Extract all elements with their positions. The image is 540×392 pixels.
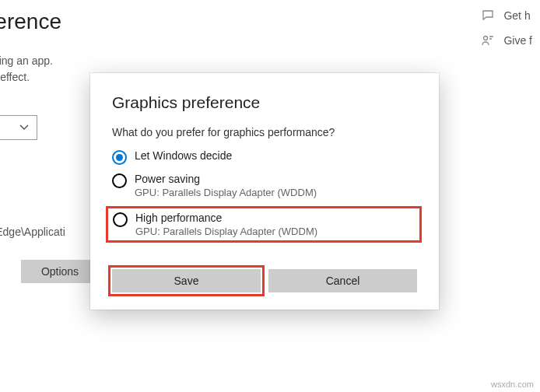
radio-sub-label: GPU: Parallels Display Adapter (WDDM): [135, 187, 317, 198]
get-help-label: Get h: [503, 9, 530, 22]
help-links: Get h Give f: [482, 9, 532, 59]
radio-power-saving[interactable]: Power saving GPU: Parallels Display Adap…: [112, 173, 417, 198]
app-path-text: osoft\Edge\Applicati: [0, 226, 65, 238]
dialog-question: What do you prefer for graphics performa…: [112, 126, 417, 138]
radio-let-windows-decide[interactable]: Let Windows decide: [112, 149, 417, 165]
page-subtext: e or battery life when using an app. or …: [0, 53, 53, 86]
radio-label: Power saving: [135, 173, 317, 185]
radio-indicator: [113, 212, 128, 227]
dialog-button-row: Save Cancel: [112, 269, 417, 292]
svg-point-0: [484, 37, 488, 40]
give-feedback-link[interactable]: Give f: [482, 34, 532, 47]
chevron-down-icon: [19, 123, 29, 132]
app-type-dropdown[interactable]: [0, 115, 37, 140]
feedback-icon: [482, 34, 494, 47]
watermark: wsxdn.com: [491, 380, 534, 389]
radio-group: Let Windows decide Power saving GPU: Par…: [112, 149, 417, 243]
subtext-line-1: e or battery life when using an app.: [0, 53, 53, 69]
dialog-title: Graphics preference: [112, 93, 417, 112]
chat-icon: [482, 9, 494, 22]
give-feedback-label: Give f: [503, 34, 532, 47]
radio-label: High performance: [135, 212, 317, 224]
radio-high-performance[interactable]: High performance GPU: Parallels Display …: [106, 206, 422, 243]
get-help-link[interactable]: Get h: [482, 9, 532, 22]
radio-indicator-selected: [112, 150, 127, 165]
save-button[interactable]: Save: [112, 269, 261, 292]
radio-label: Let Windows decide: [135, 149, 232, 162]
radio-indicator: [112, 173, 127, 188]
subtext-line-2: or your changes to take effect.: [0, 69, 53, 86]
radio-sub-label: GPU: Parallels Display Adapter (WDDM): [135, 226, 317, 237]
page-title: eference: [0, 9, 61, 34]
cancel-button[interactable]: Cancel: [268, 269, 417, 292]
options-button[interactable]: Options: [21, 260, 99, 283]
graphics-preference-dialog: Graphics preference What do you prefer f…: [90, 73, 439, 310]
